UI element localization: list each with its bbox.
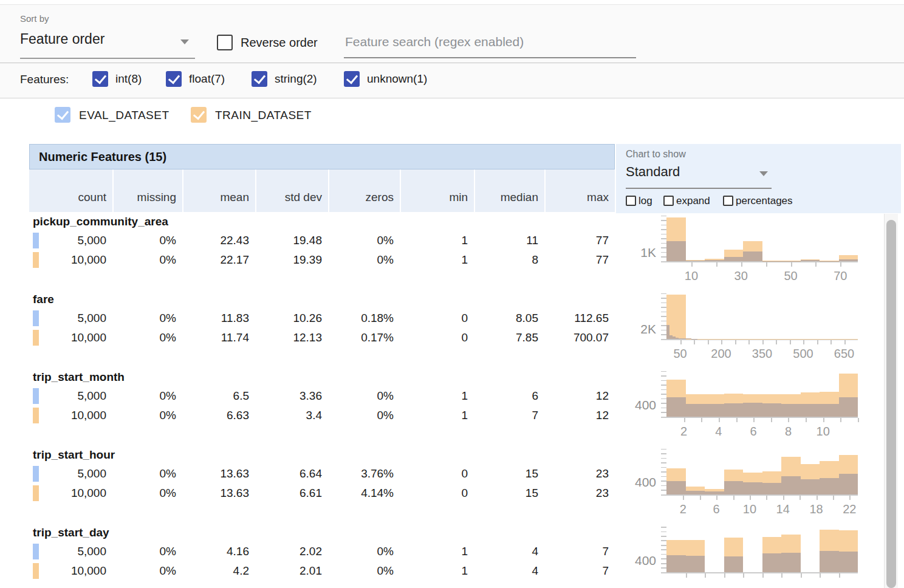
stat-value: 11	[474, 231, 544, 250]
x-axis-tick	[680, 340, 682, 344]
stat-value: 6	[474, 386, 544, 406]
expand-checkbox[interactable]	[663, 196, 674, 206]
x-axis-tick	[791, 262, 792, 267]
stat-value: 0%	[112, 250, 182, 270]
x-axis-tick-label: 200	[711, 347, 731, 361]
log-checkbox[interactable]	[626, 196, 636, 206]
x-axis-tick-label: 2	[680, 425, 687, 439]
stat-value: 0	[400, 328, 474, 347]
stat-value: 1	[400, 231, 474, 250]
dataset-color-swatch	[33, 544, 39, 559]
stat-value: 0%	[112, 406, 182, 425]
x-axis-tick-label: 10	[743, 502, 756, 516]
x-axis-tick	[840, 262, 841, 267]
feature-type-checkbox-int[interactable]	[92, 71, 108, 87]
check-icon	[168, 72, 180, 84]
stats-row-train_dataset: 10,0000%22.1719.390%1877	[29, 250, 615, 270]
x-axis-tick	[766, 262, 767, 267]
x-axis-tick	[771, 418, 772, 422]
stat-value: 0%	[112, 386, 182, 406]
feature-type-checkbox-float[interactable]	[166, 71, 182, 87]
stat-value: 22.17	[182, 250, 255, 270]
eval-dataset-checkbox[interactable]	[55, 107, 70, 123]
feature-type-label: float(7)	[189, 72, 225, 86]
dataset-label: EVAL_DATASET	[79, 109, 170, 122]
sort-by-label: Sort by	[20, 13, 49, 24]
x-axis-tick	[844, 340, 846, 344]
feature-name: trip_start_hour	[29, 447, 615, 464]
x-axis-tick	[741, 262, 742, 267]
features-bar: Features: int(8)float(7)string(2)unknown…	[0, 63, 904, 98]
chart-to-show-select[interactable]: Standard	[626, 164, 772, 186]
column-header-mean: mean	[182, 169, 255, 212]
x-axis-tick	[840, 418, 841, 422]
column-header-median: median	[474, 169, 544, 212]
stat-value: 77	[544, 250, 615, 270]
x-axis-tick	[788, 418, 789, 422]
stat-value: 12	[544, 386, 615, 406]
x-axis-tick-label: 50	[784, 269, 797, 283]
x-axis-tick	[830, 340, 832, 344]
stat-value: 112.65	[544, 309, 615, 328]
reverse-order-checkbox[interactable]	[217, 35, 233, 50]
dataset-label: TRAIN_DATASET	[215, 109, 312, 122]
x-axis-tick	[694, 340, 695, 344]
histogram-bar-eval_dataset	[686, 556, 705, 572]
x-axis-tick	[683, 496, 684, 500]
stat-value: 2.02	[255, 542, 328, 561]
x-axis-tick	[705, 573, 706, 578]
stat-value: 0%	[112, 484, 182, 503]
stat-value: 1	[400, 386, 474, 406]
histogram-bar-eval_dataset	[705, 404, 724, 417]
dataset-color-swatch	[33, 485, 39, 501]
feature-type-label: unknown(1)	[367, 72, 427, 86]
histogram-bar-eval_dataset	[724, 403, 744, 417]
feature-search-input[interactable]	[344, 34, 637, 50]
stats-row-eval_dataset: 5,0000%6.53.360%1612	[29, 386, 615, 406]
dataset-color-swatch	[33, 408, 39, 423]
sort-by-select[interactable]: Feature order	[20, 31, 195, 55]
x-axis-tick	[815, 262, 817, 267]
x-axis-tick	[724, 573, 725, 578]
stat-value: 4.2	[182, 561, 255, 581]
stat-value: 7	[474, 406, 544, 425]
stat-value: 19.39	[255, 250, 328, 270]
stat-value: 4.16	[182, 542, 255, 561]
stat-value: 6.5	[182, 386, 255, 406]
x-axis-tick-label: 10	[817, 425, 830, 439]
y-axis-ticks	[661, 449, 666, 494]
stat-value: 1	[400, 406, 474, 425]
feature-type-checkbox-string[interactable]	[252, 71, 267, 87]
stat-value: 5,000	[29, 542, 112, 561]
x-axis-tick	[708, 340, 709, 344]
facets-overview-page: Sort by Feature order Reverse order Feat…	[0, 0, 904, 588]
histogram-bar-eval_dataset	[666, 397, 686, 417]
x-axis-tick-label: 6	[750, 425, 757, 439]
stat-value: 0%	[328, 542, 400, 561]
dataset-color-swatch	[33, 252, 39, 268]
sort-by-value: Feature order	[20, 31, 104, 47]
numeric-features-header: Numeric Features (15)	[29, 144, 615, 169]
chart-to-show-label: Chart to show	[626, 149, 686, 160]
x-axis-tick	[716, 496, 717, 500]
stats-row-train_dataset: 10,0000%4.22.010%147	[29, 561, 615, 581]
x-axis-tick-label: 22	[843, 502, 856, 516]
scrollbar-thumb[interactable]	[886, 220, 896, 588]
train-dataset-checkbox[interactable]	[191, 107, 207, 123]
stat-value: 0	[400, 484, 474, 503]
y-axis-ticks	[661, 293, 666, 339]
stat-value: 11.83	[182, 309, 255, 328]
feature-name: trip_start_month	[29, 369, 615, 386]
x-axis-tick-label: 4	[715, 425, 722, 439]
check-icon	[95, 72, 106, 84]
stat-value: 0%	[112, 464, 182, 484]
x-axis-tick	[753, 418, 755, 422]
histogram-bar-eval_dataset	[820, 404, 839, 417]
stat-value: 12	[544, 406, 615, 425]
percentages-checkbox[interactable]	[723, 196, 733, 206]
histogram-bar-eval_dataset	[839, 552, 858, 572]
stat-value: 1	[400, 561, 474, 581]
y-axis-label: 400	[626, 554, 656, 567]
y-axis-ticks	[661, 527, 666, 572]
feature-type-checkbox-unknown[interactable]	[344, 71, 360, 87]
